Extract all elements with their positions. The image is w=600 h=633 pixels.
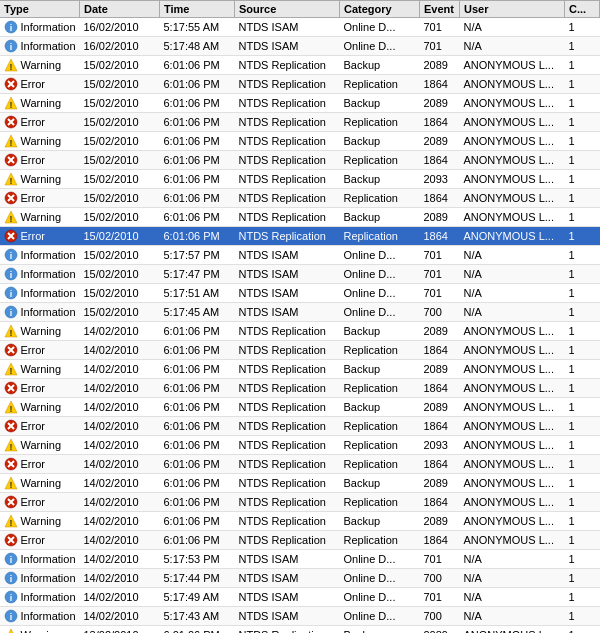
cell-event: 700 <box>420 607 460 626</box>
table-row[interactable]: Error 15/02/2010 6:01:06 PM NTDS Replica… <box>0 227 600 246</box>
cell-source: NTDS Replication <box>235 626 340 634</box>
table-row[interactable]: Error 14/02/2010 6:01:06 PM NTDS Replica… <box>0 531 600 550</box>
cell-category: Replication <box>340 75 420 94</box>
col-header-date[interactable]: Date <box>80 1 160 18</box>
table-row[interactable]: ! Warning 14/02/2010 6:01:06 PM NTDS Rep… <box>0 322 600 341</box>
cell-user: ANONYMOUS L... <box>460 626 565 634</box>
table-row[interactable]: i Information 14/02/2010 5:17:49 AM NTDS… <box>0 588 600 607</box>
table-row[interactable]: ! Warning 14/02/2010 6:01:06 PM NTDS Rep… <box>0 360 600 379</box>
type-label: Information <box>21 19 76 35</box>
type-label: Warning <box>21 437 62 453</box>
table-row[interactable]: i Information 15/02/2010 5:17:47 PM NTDS… <box>0 265 600 284</box>
type-label: Error <box>21 342 45 358</box>
table-row[interactable]: ! Warning 14/02/2010 6:01:06 PM NTDS Rep… <box>0 398 600 417</box>
cell-comp: 1 <box>565 170 600 189</box>
table-row[interactable]: Error 15/02/2010 6:01:06 PM NTDS Replica… <box>0 113 600 132</box>
cell-event: 1864 <box>420 113 460 132</box>
cell-comp: 1 <box>565 398 600 417</box>
error-icon <box>4 153 18 167</box>
table-row[interactable]: ! Warning 15/02/2010 6:01:06 PM NTDS Rep… <box>0 132 600 151</box>
cell-category: Online D... <box>340 265 420 284</box>
cell-comp: 1 <box>565 493 600 512</box>
table-row[interactable]: ! Warning 14/02/2010 6:01:06 PM NTDS Rep… <box>0 436 600 455</box>
cell-date: 13/02/2010 <box>80 626 160 634</box>
cell-source: NTDS Replication <box>235 132 340 151</box>
col-header-comp[interactable]: C... <box>565 1 600 18</box>
col-header-event[interactable]: Event <box>420 1 460 18</box>
table-row[interactable]: i Information 14/02/2010 5:17:43 AM NTDS… <box>0 607 600 626</box>
cell-comp: 1 <box>565 132 600 151</box>
cell-time: 6:01:06 PM <box>160 113 235 132</box>
table-row[interactable]: Error 14/02/2010 6:01:06 PM NTDS Replica… <box>0 379 600 398</box>
table-row[interactable]: Error 14/02/2010 6:01:06 PM NTDS Replica… <box>0 417 600 436</box>
col-header-user[interactable]: User <box>460 1 565 18</box>
table-row[interactable]: ! Warning 15/02/2010 6:01:06 PM NTDS Rep… <box>0 208 600 227</box>
table-row[interactable]: Error 14/02/2010 6:01:06 PM NTDS Replica… <box>0 455 600 474</box>
table-row[interactable]: i Information 15/02/2010 5:17:45 AM NTDS… <box>0 303 600 322</box>
svg-text:!: ! <box>9 138 12 148</box>
cell-user: ANONYMOUS L... <box>460 94 565 113</box>
col-header-source[interactable]: Source <box>235 1 340 18</box>
table-row[interactable]: i Information 14/02/2010 5:17:44 PM NTDS… <box>0 569 600 588</box>
warn-icon: ! <box>4 362 18 376</box>
table-row[interactable]: i Information 14/02/2010 5:17:53 PM NTDS… <box>0 550 600 569</box>
cell-time: 5:17:49 AM <box>160 588 235 607</box>
type-label: Information <box>21 285 76 301</box>
type-label: Information <box>21 589 76 605</box>
col-header-category[interactable]: Category <box>340 1 420 18</box>
type-label: Error <box>21 76 45 92</box>
cell-event: 2089 <box>420 56 460 75</box>
cell-time: 5:17:51 AM <box>160 284 235 303</box>
cell-comp: 1 <box>565 626 600 634</box>
cell-user: N/A <box>460 607 565 626</box>
cell-comp: 1 <box>565 284 600 303</box>
cell-comp: 1 <box>565 189 600 208</box>
cell-date: 15/02/2010 <box>80 170 160 189</box>
col-header-type[interactable]: Type <box>0 1 80 18</box>
cell-category: Replication <box>340 151 420 170</box>
cell-comp: 1 <box>565 379 600 398</box>
cell-event: 2089 <box>420 94 460 113</box>
table-row[interactable]: Error 15/02/2010 6:01:06 PM NTDS Replica… <box>0 75 600 94</box>
cell-user: ANONYMOUS L... <box>460 132 565 151</box>
event-log-table[interactable]: Type Date Time Source Category Event Use… <box>0 0 600 633</box>
cell-type: ! Warning <box>0 132 80 151</box>
cell-category: Online D... <box>340 284 420 303</box>
table-row[interactable]: ! Warning 14/02/2010 6:01:06 PM NTDS Rep… <box>0 474 600 493</box>
cell-date: 15/02/2010 <box>80 189 160 208</box>
cell-event: 1864 <box>420 493 460 512</box>
cell-category: Online D... <box>340 569 420 588</box>
cell-source: NTDS Replication <box>235 189 340 208</box>
cell-source: NTDS ISAM <box>235 265 340 284</box>
table-row[interactable]: ! Warning 13/02/2010 6:01:06 PM NTDS Rep… <box>0 626 600 634</box>
error-icon <box>4 381 18 395</box>
table-row[interactable]: ! Warning 15/02/2010 6:01:06 PM NTDS Rep… <box>0 94 600 113</box>
cell-date: 14/02/2010 <box>80 550 160 569</box>
type-label: Error <box>21 418 45 434</box>
table-row[interactable]: i Information 16/02/2010 5:17:48 AM NTDS… <box>0 37 600 56</box>
table-row[interactable]: i Information 16/02/2010 5:17:55 AM NTDS… <box>0 18 600 37</box>
cell-source: NTDS Replication <box>235 94 340 113</box>
cell-comp: 1 <box>565 360 600 379</box>
cell-date: 15/02/2010 <box>80 94 160 113</box>
table-row[interactable]: Error 15/02/2010 6:01:06 PM NTDS Replica… <box>0 189 600 208</box>
cell-user: ANONYMOUS L... <box>460 75 565 94</box>
cell-comp: 1 <box>565 303 600 322</box>
table-row[interactable]: i Information 15/02/2010 5:17:57 PM NTDS… <box>0 246 600 265</box>
table-row[interactable]: ! Warning 15/02/2010 6:01:06 PM NTDS Rep… <box>0 56 600 75</box>
table-row[interactable]: Error 15/02/2010 6:01:06 PM NTDS Replica… <box>0 151 600 170</box>
cell-comp: 1 <box>565 37 600 56</box>
cell-date: 15/02/2010 <box>80 113 160 132</box>
cell-user: N/A <box>460 303 565 322</box>
table-row[interactable]: i Information 15/02/2010 5:17:51 AM NTDS… <box>0 284 600 303</box>
table-row[interactable]: Error 14/02/2010 6:01:06 PM NTDS Replica… <box>0 493 600 512</box>
cell-category: Backup <box>340 398 420 417</box>
cell-source: NTDS Replication <box>235 531 340 550</box>
col-header-time[interactable]: Time <box>160 1 235 18</box>
cell-type: i Information <box>0 550 80 569</box>
table-row[interactable]: Error 14/02/2010 6:01:06 PM NTDS Replica… <box>0 341 600 360</box>
table-row[interactable]: ! Warning 15/02/2010 6:01:06 PM NTDS Rep… <box>0 170 600 189</box>
table-row[interactable]: ! Warning 14/02/2010 6:01:06 PM NTDS Rep… <box>0 512 600 531</box>
warn-icon: ! <box>4 210 18 224</box>
cell-time: 6:01:06 PM <box>160 493 235 512</box>
